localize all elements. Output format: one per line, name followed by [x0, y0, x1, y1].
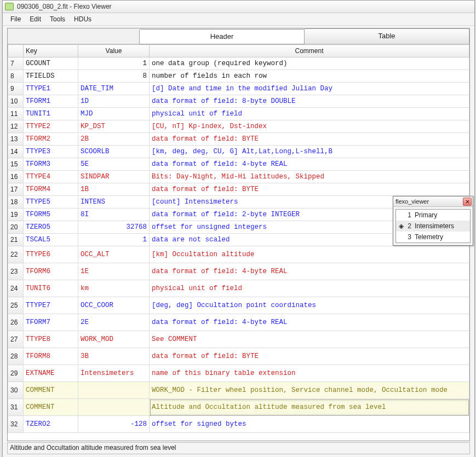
- table-row[interactable]: 25TTYPE7OCC_COOR[deg, deg] Occultation p…: [8, 297, 469, 314]
- cell-key[interactable]: TFORM4: [24, 183, 78, 196]
- cell-key[interactable]: TFORM7: [24, 314, 78, 331]
- table-row[interactable]: 7GCOUNT1one data group (required keyword…: [8, 57, 469, 70]
- cell-key[interactable]: TTYPE6: [24, 246, 78, 263]
- cell-comment[interactable]: number of fields in each row: [150, 70, 469, 83]
- cell-key[interactable]: TFORM8: [24, 348, 78, 365]
- cell-key[interactable]: TTYPE8: [24, 331, 78, 348]
- table-row[interactable]: 28TFORM83Bdata format of field: BYTE: [8, 348, 469, 365]
- cell-comment[interactable]: [d] Date and time in the modified Julian…: [150, 83, 469, 95]
- cell-comment[interactable]: offset for signed bytes: [150, 416, 469, 433]
- table-row[interactable]: 12TTYPE2KP_DST[CU, nT] Kp-index, Dst-ind…: [8, 120, 469, 133]
- hdu-item[interactable]: ◈2Intensimeters: [396, 221, 470, 232]
- cell-key[interactable]: TTYPE4: [24, 171, 78, 183]
- cell-key[interactable]: TFORM3: [24, 158, 78, 171]
- cell-comment[interactable]: Bits: Day-Night, Mid-Hi latitudes, Skipp…: [150, 171, 469, 183]
- cell-value[interactable]: km: [78, 280, 150, 297]
- cell-key[interactable]: TFORM1: [24, 95, 78, 108]
- cell-comment[interactable]: data format of field: BYTE: [150, 348, 469, 365]
- cell-comment[interactable]: data format of field: 4-byte REAL: [150, 158, 469, 171]
- cell-key[interactable]: COMMENT: [24, 399, 78, 416]
- cell-value[interactable]: 3B: [78, 348, 150, 365]
- row-index[interactable]: 12: [8, 120, 24, 133]
- cell-value[interactable]: WORK_MOD: [78, 331, 150, 348]
- table-row[interactable]: 32TZERO2-128offset for signed bytes: [8, 416, 469, 433]
- cell-key[interactable]: TUNIT1: [24, 108, 78, 120]
- table-row[interactable]: 31COMMENTAltitude and Occultation altitu…: [8, 399, 469, 416]
- cell-comment[interactable]: physical unit of field: [150, 108, 469, 120]
- cell-comment[interactable]: data format of field: 4-byte REAL: [150, 263, 469, 280]
- row-index[interactable]: 26: [8, 314, 24, 331]
- row-index[interactable]: 19: [8, 209, 24, 221]
- table-row[interactable]: 29EXTNAMEIntensimetersname of this binar…: [8, 365, 469, 382]
- cell-comment[interactable]: Altitude and Occultation altitude measur…: [150, 399, 469, 416]
- cell-value[interactable]: MJD: [78, 108, 150, 120]
- row-index[interactable]: 8: [8, 70, 24, 83]
- cell-value[interactable]: -128: [78, 416, 150, 433]
- table-row[interactable]: 26TFORM72Edata format of field: 4-byte R…: [8, 314, 469, 331]
- table-row[interactable]: 10TFORM11Ddata format of field: 8-byte D…: [8, 95, 469, 108]
- table-row[interactable]: 16TTYPE4SINDPARBits: Day-Night, Mid-Hi l…: [8, 171, 469, 183]
- table-row[interactable]: 14TTYPE3SCOORLB[km, deg, deg, CU, G] Alt…: [8, 146, 469, 158]
- cell-key[interactable]: TZERO5: [24, 221, 78, 234]
- table-row[interactable]: 11TUNIT1MJDphysical unit of field: [8, 108, 469, 120]
- row-index[interactable]: 18: [8, 196, 24, 209]
- titlebar[interactable]: 090306_080_2.fit - Flexo Viewer: [3, 1, 474, 13]
- cell-key[interactable]: TTYPE2: [24, 120, 78, 133]
- row-index[interactable]: 7: [8, 57, 24, 70]
- table-row[interactable]: 23TFORM61Edata format of field: 4-byte R…: [8, 263, 469, 280]
- row-index[interactable]: 14: [8, 146, 24, 158]
- cell-value[interactable]: 1D: [78, 95, 150, 108]
- table-row[interactable]: 30COMMENTWORK_MOD - Filter wheel positio…: [8, 382, 469, 399]
- cell-value[interactable]: [78, 399, 150, 416]
- hdu-palette[interactable]: flexo_viewer 1Primary◈2Intensimeters3Tel…: [393, 196, 473, 246]
- cell-key[interactable]: TZERO2: [24, 416, 78, 433]
- row-index[interactable]: 27: [8, 331, 24, 348]
- row-index[interactable]: 21: [8, 234, 24, 246]
- cell-comment[interactable]: WORK_MOD - Filter wheel position, Servic…: [150, 382, 469, 399]
- menu-file[interactable]: File: [6, 14, 25, 24]
- col-index[interactable]: [8, 45, 24, 57]
- cell-comment[interactable]: data format of field: 8-byte DOUBLE: [150, 95, 469, 108]
- cell-comment[interactable]: [CU, nT] Kp-index, Dst-index: [150, 120, 469, 133]
- tab-header[interactable]: Header: [139, 29, 305, 44]
- cell-value[interactable]: Intensimeters: [78, 365, 150, 382]
- row-index[interactable]: 15: [8, 158, 24, 171]
- cell-value[interactable]: 1: [78, 234, 150, 246]
- menu-tools[interactable]: Tools: [45, 14, 70, 24]
- cell-key[interactable]: TFIELDS: [24, 70, 78, 83]
- cell-value[interactable]: INTENS: [78, 196, 150, 209]
- cell-key[interactable]: GCOUNT: [24, 57, 78, 70]
- cell-key[interactable]: TTYPE3: [24, 146, 78, 158]
- cell-value[interactable]: OCC_COOR: [78, 297, 150, 314]
- cell-value[interactable]: 2E: [78, 314, 150, 331]
- table-row[interactable]: 24TUNIT6kmphysical unit of field: [8, 280, 469, 297]
- tab-table[interactable]: Table: [304, 28, 469, 44]
- cell-comment[interactable]: data format of field: 4-byte REAL: [150, 314, 469, 331]
- hdu-palette-titlebar[interactable]: flexo_viewer: [393, 196, 473, 207]
- cell-comment[interactable]: data format of field: BYTE: [150, 133, 469, 146]
- cell-comment[interactable]: one data group (required keyword): [150, 57, 469, 70]
- cell-value[interactable]: 2B: [78, 133, 150, 146]
- row-index[interactable]: 32: [8, 416, 24, 433]
- cell-value[interactable]: KP_DST: [78, 120, 150, 133]
- table-row[interactable]: 22TTYPE6OCC_ALT[km] Occultation altitude: [8, 246, 469, 263]
- col-value[interactable]: Value: [78, 45, 150, 57]
- cell-comment[interactable]: [km] Occultation altitude: [150, 246, 469, 263]
- row-index[interactable]: 29: [8, 365, 24, 382]
- close-icon[interactable]: [463, 198, 472, 206]
- cell-comment[interactable]: data format of field: BYTE: [150, 183, 469, 196]
- table-row[interactable]: 8TFIELDS8number of fields in each row: [8, 70, 469, 83]
- cell-value[interactable]: DATE_TIM: [78, 83, 150, 95]
- row-index[interactable]: 13: [8, 133, 24, 146]
- cell-value[interactable]: 1: [78, 57, 150, 70]
- cell-value[interactable]: 5E: [78, 158, 150, 171]
- cell-value[interactable]: 8I: [78, 209, 150, 221]
- cell-comment[interactable]: physical unit of field: [150, 280, 469, 297]
- cell-key[interactable]: TFORM2: [24, 133, 78, 146]
- row-index[interactable]: 11: [8, 108, 24, 120]
- col-key[interactable]: Key: [24, 45, 78, 57]
- row-index[interactable]: 25: [8, 297, 24, 314]
- row-index[interactable]: 9: [8, 83, 24, 95]
- cell-value[interactable]: SCOORLB: [78, 146, 150, 158]
- cell-key[interactable]: EXTNAME: [24, 365, 78, 382]
